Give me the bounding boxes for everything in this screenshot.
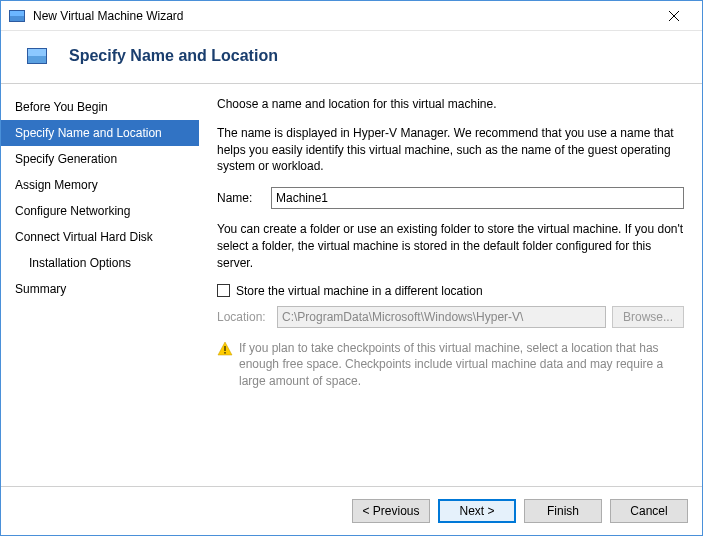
wizard-window: New Virtual Machine Wizard Specify Name … [0,0,703,536]
store-location-row: Store the virtual machine in a different… [217,284,684,298]
step-installation-options[interactable]: Installation Options [1,250,199,276]
wizard-icon [27,48,47,64]
store-location-checkbox[interactable] [217,284,230,297]
close-button[interactable] [654,2,694,30]
svg-rect-4 [224,352,226,354]
next-button[interactable]: Next > [438,499,516,523]
step-before-you-begin[interactable]: Before You Begin [1,94,199,120]
name-label: Name: [217,191,271,205]
page-header: Specify Name and Location [1,31,702,84]
name-row: Name: [217,187,684,209]
warning-text: If you plan to take checkpoints of this … [239,340,684,390]
app-icon [9,10,25,22]
step-summary[interactable]: Summary [1,276,199,302]
folder-help-text: You can create a folder or use an existi… [217,221,684,271]
wizard-body: Before You Begin Specify Name and Locati… [1,84,702,486]
footer: < Previous Next > Finish Cancel [1,486,702,535]
step-connect-vhd[interactable]: Connect Virtual Hard Disk [1,224,199,250]
warning-row: If you plan to take checkpoints of this … [217,340,684,390]
close-icon [669,11,679,21]
previous-button[interactable]: < Previous [352,499,430,523]
location-row: Location: Browse... [217,306,684,328]
step-specify-generation[interactable]: Specify Generation [1,146,199,172]
wizard-steps: Before You Begin Specify Name and Locati… [1,84,199,486]
step-specify-name-location[interactable]: Specify Name and Location [1,120,199,146]
content-pane: Choose a name and location for this virt… [199,84,702,486]
name-input[interactable] [271,187,684,209]
finish-button[interactable]: Finish [524,499,602,523]
step-configure-networking[interactable]: Configure Networking [1,198,199,224]
location-input [277,306,606,328]
warning-icon [217,341,233,357]
window-title: New Virtual Machine Wizard [33,9,654,23]
store-location-label: Store the virtual machine in a different… [236,284,483,298]
location-label: Location: [217,310,271,324]
step-assign-memory[interactable]: Assign Memory [1,172,199,198]
titlebar: New Virtual Machine Wizard [1,1,702,31]
page-title: Specify Name and Location [69,47,278,65]
name-help-text: The name is displayed in Hyper-V Manager… [217,125,684,175]
svg-rect-3 [224,346,226,351]
cancel-button[interactable]: Cancel [610,499,688,523]
browse-button: Browse... [612,306,684,328]
intro-text: Choose a name and location for this virt… [217,96,684,113]
